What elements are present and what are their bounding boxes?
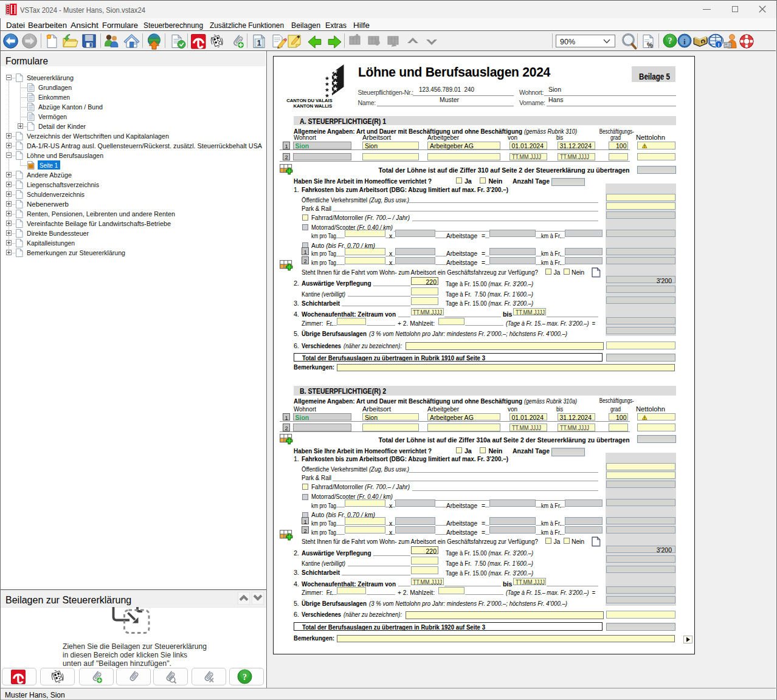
svg-text:i: i bbox=[683, 37, 686, 46]
svg-text:1: 1 bbox=[257, 39, 261, 47]
svg-text:!: ! bbox=[717, 41, 719, 48]
svg-text:?: ? bbox=[668, 36, 672, 46]
svg-text:$: $ bbox=[702, 39, 705, 45]
svg-text:%: % bbox=[647, 41, 653, 49]
svg-text:?: ? bbox=[243, 673, 247, 682]
